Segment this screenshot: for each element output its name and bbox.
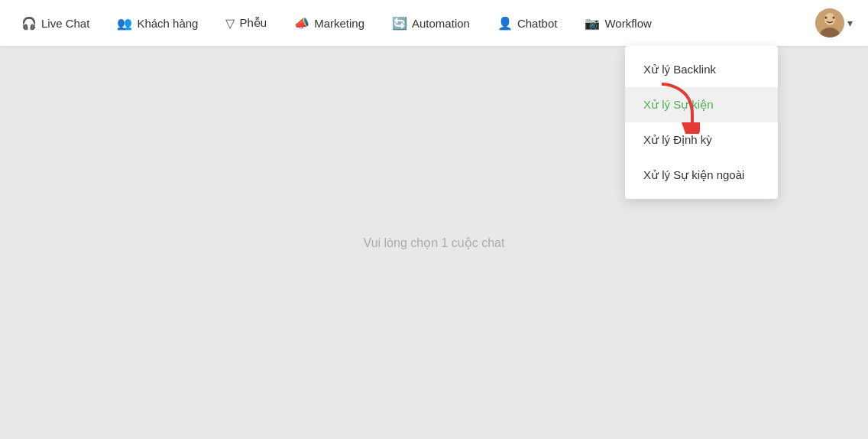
filter-icon: ▽ bbox=[225, 16, 235, 31]
chevron-down-icon: ▾ bbox=[847, 17, 853, 29]
dropdown-item-su-kien[interactable]: Xử lý Sự kiện bbox=[625, 87, 778, 122]
nav-label-khach-hang: Khách hàng bbox=[137, 17, 198, 30]
nav-label-live-chat: Live Chat bbox=[41, 17, 89, 30]
placeholder-text: Vui lòng chọn 1 cuộc chat bbox=[364, 236, 505, 250]
workflow-dropdown: Xử lý Backlink Xử lý Sự kiện Xử lý Định … bbox=[625, 46, 778, 199]
nav-label-marketing: Marketing bbox=[314, 17, 364, 30]
dropdown-item-dinh-ky[interactable]: Xử lý Định kỳ bbox=[625, 122, 778, 158]
svg-point-1 bbox=[824, 13, 835, 25]
dropdown-item-backlink[interactable]: Xử lý Backlink bbox=[625, 52, 778, 87]
nav-label-workflow: Workflow bbox=[604, 17, 651, 30]
avatar bbox=[815, 8, 844, 37]
nav-item-khach-hang[interactable]: 👥 Khách hàng bbox=[103, 0, 212, 46]
camera-icon: 📷 bbox=[585, 16, 600, 31]
nav-item-workflow[interactable]: 📷 Workflow bbox=[571, 0, 665, 46]
nav-label-automation: Automation bbox=[412, 17, 470, 30]
nav-label-chatbot: Chatbot bbox=[517, 17, 558, 30]
dropdown-item-su-kien-ngoai[interactable]: Xử lý Sự kiện ngoài bbox=[625, 158, 778, 193]
nav-label-pheu: Phễu bbox=[239, 16, 267, 30]
nav-item-automation[interactable]: 🔄 Automation bbox=[378, 0, 484, 46]
avatar-wrapper[interactable]: ▾ bbox=[808, 0, 860, 46]
nav-item-live-chat[interactable]: 🎧 Live Chat bbox=[8, 0, 103, 46]
navbar: 🎧 Live Chat 👥 Khách hàng ▽ Phễu 📣 Market… bbox=[0, 0, 868, 46]
people-icon: 👥 bbox=[117, 16, 132, 31]
nav-item-pheu[interactable]: ▽ Phễu bbox=[212, 0, 280, 46]
nav-item-marketing[interactable]: 📣 Marketing bbox=[280, 0, 378, 46]
person-icon: 👤 bbox=[497, 16, 513, 31]
nav-item-chatbot[interactable]: 👤 Chatbot bbox=[484, 0, 572, 46]
headset-icon: 🎧 bbox=[21, 16, 37, 31]
svg-point-3 bbox=[825, 17, 828, 19]
megaphone-icon: 📣 bbox=[294, 16, 309, 31]
refresh-icon: 🔄 bbox=[392, 16, 407, 31]
svg-point-4 bbox=[833, 17, 835, 19]
